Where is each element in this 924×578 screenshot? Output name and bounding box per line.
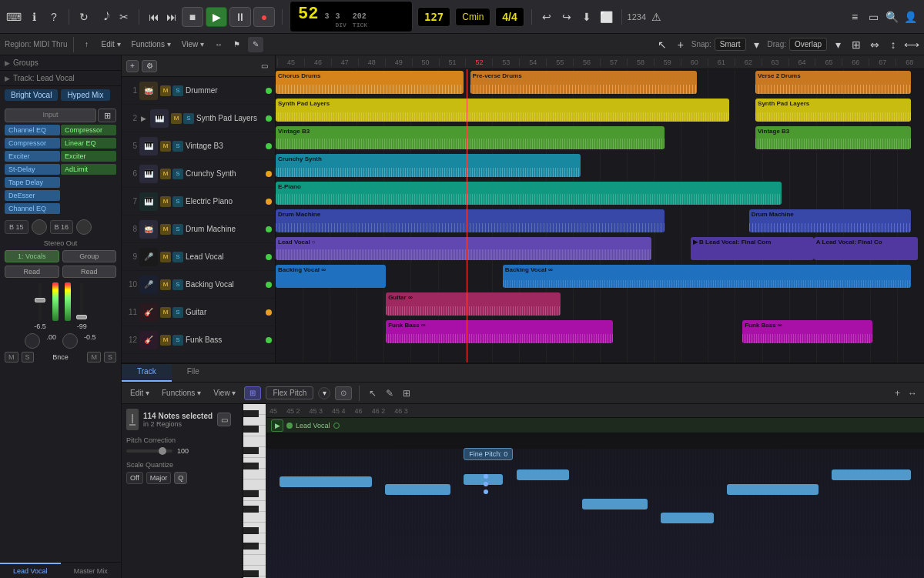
snap-value[interactable]: Smart [715,38,746,51]
pan-knob-1[interactable] [25,333,40,349]
track-row-6[interactable]: 6 🎹 M S Crunchy Synth [122,160,275,188]
scale-major-select[interactable]: Major [146,472,172,484]
drag-chevron[interactable]: ▾ [830,37,845,52]
tempo-display[interactable]: 127 [417,7,450,27]
solo-11[interactable]: S [172,307,183,318]
flex-pitch-badge[interactable]: Flex Pitch [266,386,313,399]
group-btn[interactable]: Group [62,250,117,262]
pencil-tool[interactable]: ✎ [383,386,396,400]
fx-st-delay[interactable]: St-Delay [5,164,60,175]
tab-master-mix[interactable]: Master Mix [61,563,122,578]
scale-off-select[interactable]: Off [126,472,143,484]
dot-1[interactable] [484,474,488,479]
play-btn[interactable]: ▶ [206,7,227,27]
tool-icon[interactable]: ⚑ [229,37,245,52]
fit-icon[interactable]: ⇔ [867,37,882,52]
dot-2[interactable] [484,482,488,486]
solo-7[interactable]: S [172,196,183,207]
dot-3[interactable] [484,489,488,494]
track-row-8[interactable]: 8 🥁 M S Drum Machine [122,215,275,243]
region-funk-bass-1[interactable]: Funk Bass ∞ [386,320,613,343]
bus-b16[interactable]: B 16 [50,220,74,234]
scale-q-btn[interactable]: Q [174,472,187,484]
fx-linear-eq-2[interactable]: Linear EQ [61,138,116,149]
scroll-lower[interactable]: ↔ [906,386,919,400]
fx-deesser[interactable]: DeEsser [5,190,60,201]
region-backing-2[interactable]: Backing Vocal ∞ [503,265,911,288]
m-btn-main[interactable]: M [5,352,18,363]
mute-5[interactable]: M [160,141,171,152]
region-backing-1[interactable]: Backing Vocal ∞ [276,265,386,288]
track-options-btn[interactable]: ⚙ [142,60,157,72]
region-synth-pad-2[interactable]: Synth Pad Layers [755,99,911,122]
region-epiano[interactable]: E-Piano [276,182,782,205]
track-section[interactable]: ▶ Track: Lead Vocal [0,71,121,86]
fader-track-1[interactable] [38,282,42,321]
app-icon[interactable]: ⌨ [6,9,22,25]
region-lead-vocal-3[interactable]: A Lead Vocal: Final Co [814,237,918,260]
channel-name-2[interactable]: Hyped Mix [61,89,109,101]
solo-1[interactable]: S [172,85,183,96]
cursor-tool[interactable]: ↖ [367,386,379,400]
capture-icon[interactable]: ✂ [116,9,132,25]
bus-b15[interactable]: B 15 [5,220,28,234]
undo-icon[interactable]: ↩ [539,9,554,25]
solo-10[interactable]: S [172,279,183,290]
knob-2[interactable] [76,219,92,235]
channel-name-1[interactable]: Bright Vocal [5,89,58,101]
track-label[interactable]: ▶ Track: Lead Vocal [5,74,116,82]
region-funk-bass-2[interactable]: Funk Bass ∞ [742,320,872,343]
help-icon[interactable]: ? [46,9,62,25]
notes-options-btn[interactable]: ▭ [217,413,231,426]
expand-icon[interactable]: ⟷ [904,37,919,52]
mute-11[interactable]: M [160,307,171,318]
fast-forward-btn[interactable]: ⏭ [164,9,179,25]
out-icon[interactable]: ⬇ [579,9,594,25]
record-btn[interactable]: ● [253,7,275,27]
edit-tool[interactable]: ✎ [248,37,263,52]
region-chorus-drums[interactable]: Chorus Drums [276,71,464,94]
snap-tool[interactable]: ⊞ [400,386,413,400]
redo-icon[interactable]: ↪ [559,9,574,25]
region-vintage-b3-1[interactable]: Vintage B3 [276,126,665,149]
groups-section[interactable]: ▶ Groups [0,55,121,71]
solo-12[interactable]: S [172,335,183,346]
fx-channel-eq-2[interactable]: Channel EQ [5,203,60,214]
region-verse2-drums[interactable]: Verse 2 Drums [755,71,911,94]
mute-8[interactable]: M [160,224,171,235]
info-icon[interactable]: ℹ [26,9,42,25]
solo-5[interactable]: S [172,141,183,152]
flex-icon[interactable]: ⊞ [244,386,261,400]
view-menu[interactable]: View ▾ [178,38,208,50]
region-vintage-b3-2[interactable]: Vintage B3 [755,126,911,149]
pitch-blob-4[interactable] [517,469,569,480]
zoom-icon[interactable]: ⊞ [849,37,864,52]
fx-channel-eq[interactable]: Channel EQ [5,125,60,135]
menu-icon[interactable]: ≡ [847,9,862,25]
s-btn-2[interactable]: S [104,352,116,363]
groups-label[interactable]: ▶ Groups [5,58,116,67]
user-icon[interactable]: 👤 [902,9,918,25]
m-btn-2[interactable]: M [87,352,101,363]
fx-tape-delay[interactable]: Tape Delay [5,177,60,188]
drag-value[interactable]: Overlap [789,38,827,51]
snap-chevron[interactable]: ▾ [749,37,765,52]
tab-lead-vocal[interactable]: Lead Vocal [0,563,61,578]
pan-knob-2[interactable] [62,333,78,349]
pitch-blob-2[interactable] [385,484,450,495]
rewind-btn[interactable]: ⏮ [146,9,162,25]
s-btn-main[interactable]: S [22,352,34,363]
warning-icon[interactable]: ⚠ [649,9,665,25]
pitch-blob-7[interactable] [727,484,819,495]
fader-track-2[interactable] [80,282,83,321]
add-track-btn[interactable]: + [126,60,139,72]
solo-9[interactable]: S [172,252,183,262]
track-row-7[interactable]: 7 🎹 M S Electric Piano [122,188,275,215]
track-row-9[interactable]: 9 🎤 M S Lead Vocal [122,243,275,271]
fx-adlimit[interactable]: AdLimit [61,164,116,175]
plus-tool[interactable]: + [673,37,688,52]
metronome-icon[interactable]: 𝅘𝅥𝅮 [96,9,112,25]
pitch-blob-1[interactable] [280,476,372,487]
region-preverse-drums[interactable]: Pre-verse Drums [470,71,698,94]
automation-2[interactable]: Read [62,266,117,278]
